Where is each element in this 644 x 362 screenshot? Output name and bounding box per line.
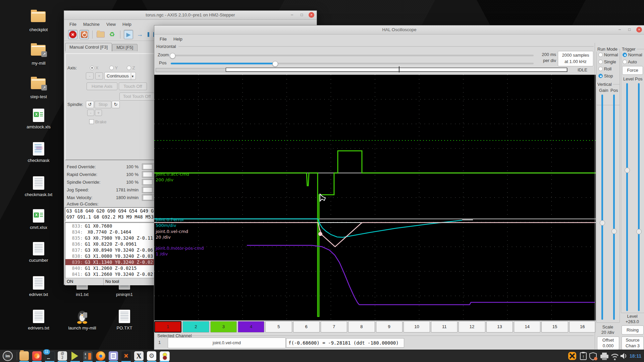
zoom-slider-handle[interactable] bbox=[170, 53, 175, 59]
hal-x-tray-icon[interactable] bbox=[568, 352, 576, 360]
taskbar-app-linuxcnc[interactable] bbox=[121, 351, 131, 361]
desktop-icon-checkmask-txt[interactable]: checkmask.txt bbox=[20, 176, 57, 197]
desktop-icon-edrivers-txt[interactable]: edrivers.txt bbox=[20, 310, 57, 330]
taskbar-app-settings[interactable] bbox=[147, 351, 156, 361]
spindle-plus-button[interactable]: + bbox=[95, 110, 102, 116]
run-mode-normal-radio[interactable]: Normal bbox=[598, 52, 618, 57]
run-mode-stop-radio[interactable]: Stop bbox=[598, 73, 613, 78]
tab-mdi[interactable]: MDI [F5] bbox=[112, 44, 138, 51]
vertical-gain-slider[interactable] bbox=[601, 95, 603, 320]
taskbar-app-calculator[interactable] bbox=[83, 351, 93, 361]
spindle-ccw-button[interactable]: ↺ bbox=[86, 101, 94, 108]
run-button[interactable]: ▶ bbox=[124, 30, 133, 39]
mint-menu-button[interactable]: lm bbox=[3, 351, 13, 361]
taskbar-app-axis[interactable] bbox=[160, 351, 170, 361]
channel-button-14[interactable]: 14 bbox=[514, 321, 540, 333]
samples-button[interactable]: 2000 samples at 1.00 kHz bbox=[558, 51, 593, 66]
gcode-line[interactable]: 840:G1 X1.2060 Z-0.0215 bbox=[65, 265, 163, 271]
wifi-icon[interactable] bbox=[611, 354, 618, 360]
channel-button-9[interactable]: 9 bbox=[376, 321, 402, 333]
menu-view[interactable]: View bbox=[103, 22, 119, 27]
gcode-line[interactable]: 835:G3 X0.7980 Y0.3240 Z-0.11 bbox=[65, 235, 163, 241]
menu-help[interactable]: Help bbox=[119, 22, 135, 27]
channel-button-7[interactable]: 7 bbox=[321, 321, 347, 333]
gcode-line[interactable]: 836:G1 X0.8220 Z-0.0961 bbox=[65, 241, 163, 247]
taskbar-app-launcher-arrow[interactable] bbox=[70, 351, 80, 361]
menu-file[interactable]: File bbox=[66, 22, 80, 27]
gcode-line[interactable]: 834: X0.7740 Z-0.1464 bbox=[65, 229, 163, 235]
channel-button-6[interactable]: 6 bbox=[293, 321, 320, 333]
channel-button-12[interactable]: 12 bbox=[459, 321, 485, 333]
desktop-icon-cucumber[interactable]: cucumber bbox=[20, 242, 57, 263]
taskbar-app-files[interactable] bbox=[19, 351, 29, 361]
axis-y-radio[interactable]: Y bbox=[109, 65, 118, 70]
run-mode-roll-radio[interactable]: Roll bbox=[598, 66, 611, 71]
channel-button-2[interactable]: 2 bbox=[182, 321, 209, 333]
taskbar-app-text-editor[interactable] bbox=[109, 351, 118, 361]
osc-titlebar[interactable]: HAL Oscilloscope – □ × bbox=[154, 25, 644, 35]
channel-button-4[interactable]: 4 bbox=[238, 321, 264, 333]
channel-button-16[interactable]: 16 bbox=[569, 321, 596, 333]
estop-button[interactable]: × bbox=[68, 30, 77, 39]
maximize-icon[interactable]: □ bbox=[299, 12, 305, 18]
desktop-icon-po-txt[interactable]: PO.TXT bbox=[106, 310, 143, 330]
trigger-normal-radio[interactable]: Normal bbox=[623, 52, 642, 57]
desktop-icon-checkmask[interactable]: checkmask bbox=[20, 142, 57, 163]
gcode-line-current[interactable]: 839:G3 X1.1340 Y0.3240 Z-0.02 bbox=[65, 259, 163, 265]
desktop-icon-edriver-txt[interactable]: edriver.txt bbox=[20, 276, 57, 297]
spindle-cw-button[interactable]: ↻ bbox=[112, 101, 120, 108]
gcode-line[interactable]: 841:G3 X1.2660 Y0.3240 Z-0.02 bbox=[65, 271, 163, 277]
gcode-line[interactable]: 833:G1 X0.7680 bbox=[65, 223, 163, 229]
clock[interactable]: 18:11 bbox=[630, 350, 641, 362]
trigger-force-button[interactable]: Force bbox=[622, 66, 643, 75]
menu-machine[interactable]: Machine bbox=[80, 22, 103, 27]
close-icon[interactable]: × bbox=[309, 12, 314, 18]
vertical-pos-slider[interactable] bbox=[613, 95, 615, 320]
axis-z-radio[interactable]: Z bbox=[127, 65, 135, 70]
brake-checkbox[interactable]: Brake bbox=[89, 119, 107, 124]
desktop-icon-my-mill[interactable]: ↗my-mill bbox=[20, 42, 57, 66]
trigger-pos-slider[interactable] bbox=[638, 83, 640, 311]
jog-plus-button[interactable]: + bbox=[95, 72, 103, 79]
menu-help[interactable]: Help bbox=[170, 37, 186, 42]
trigger-level-slider[interactable] bbox=[626, 83, 628, 311]
touch-off-button[interactable]: Touch Off bbox=[119, 82, 147, 90]
channel-button-8[interactable]: 8 bbox=[348, 321, 375, 333]
spindle-minus-button[interactable]: - bbox=[87, 110, 94, 116]
axis-titlebar[interactable]: torus.ngc - AXIS 2.10.0~pre1 on HM2-Step… bbox=[64, 11, 317, 20]
maximize-icon[interactable]: □ bbox=[627, 27, 632, 33]
taskbar-app-keyboard-indicator[interactable]: @2 bbox=[58, 351, 67, 361]
minimize-icon[interactable]: – bbox=[617, 27, 623, 33]
taskbar-app-xterm[interactable] bbox=[134, 351, 144, 361]
tool-touch-off-button[interactable]: Tool Touch Off bbox=[119, 93, 154, 101]
clipboard-icon[interactable]: ! bbox=[580, 352, 586, 360]
channel-button-11[interactable]: 11 bbox=[431, 321, 458, 333]
channel-button-10[interactable]: 10 bbox=[404, 321, 430, 333]
desktop-icon-launch-my-mill[interactable]: launch my-mill bbox=[64, 310, 101, 330]
home-axis-button[interactable]: Home Axis bbox=[87, 82, 117, 90]
jog-mode-select[interactable]: Continuous ▼ bbox=[104, 72, 136, 80]
printer-icon[interactable] bbox=[600, 353, 608, 360]
desktop-icon-cmrt-xlsx[interactable]: cmrt.xlsx bbox=[20, 209, 57, 230]
desktop-icon-amtstock-xls[interactable]: amtstock.xls bbox=[20, 109, 57, 129]
record-view-window[interactable] bbox=[226, 68, 567, 72]
gcode-line[interactable]: 838:G3 X1.0080 Y0.3240 Z-0.03 bbox=[65, 253, 163, 259]
gcode-line[interactable]: 837:G3 X0.8940 Y0.3240 Z-0.06 bbox=[65, 247, 163, 253]
desktop-icon-checkplot[interactable]: checkplot bbox=[20, 9, 57, 32]
channel-button-3[interactable]: 3 bbox=[210, 321, 237, 333]
close-icon[interactable]: × bbox=[636, 27, 642, 33]
taskbar-app-terminal[interactable]: 11 bbox=[45, 351, 55, 361]
selected-channel-name-button[interactable]: joint.0.vel-cmd bbox=[168, 338, 286, 348]
shield-icon[interactable] bbox=[590, 353, 597, 360]
gcode-program-listing[interactable]: 833:G1 X0.7680834: X0.7740 Z-0.1464835:G… bbox=[65, 222, 163, 279]
zoom-slider[interactable] bbox=[171, 55, 534, 56]
menu-file[interactable]: File bbox=[156, 37, 170, 42]
jog-minus-button[interactable]: - bbox=[86, 72, 94, 79]
axis-x-radio[interactable]: X bbox=[90, 65, 98, 70]
taskbar-app-browser-red[interactable] bbox=[32, 351, 42, 361]
run-mode-single-radio[interactable]: Single bbox=[598, 59, 616, 64]
channel-button-5[interactable]: 5 bbox=[265, 321, 292, 333]
channel-button-15[interactable]: 15 bbox=[541, 321, 568, 333]
spindle-stop-button[interactable]: Stop bbox=[95, 101, 111, 108]
minimize-icon[interactable]: – bbox=[289, 12, 295, 18]
